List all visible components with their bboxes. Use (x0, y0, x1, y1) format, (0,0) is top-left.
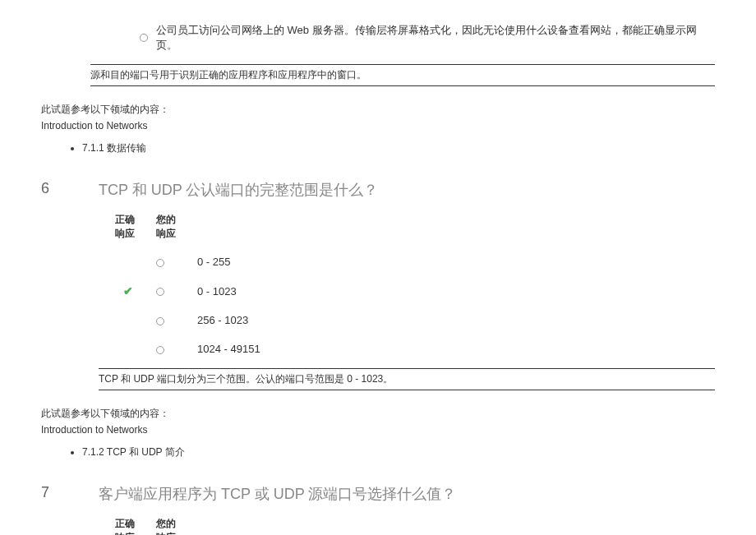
correct-indicator: ✔ (115, 284, 156, 297)
reference-module: Introduction to Networks (41, 424, 715, 436)
reference-section-1: 此试题参考以下领域的内容： Introduction to Networks 7… (41, 103, 715, 155)
header-your: 您的 (156, 517, 197, 531)
prev-explanation-text: 源和目的端口号用于识别正确的应用程序和应用程序中的窗口。 (90, 69, 366, 81)
explanation-text: TCP 和 UDP 端口划分为三个范围。公认的端口号范围是 0 - 1023。 (99, 373, 393, 385)
options-container: 0 - 255 ✔ 0 - 1023 256 - 1023 1024 - 491… (115, 247, 715, 363)
option-row-3: 1024 - 49151 (115, 334, 715, 363)
question-number: 7 (41, 484, 99, 535)
reference-section-2: 此试题参考以下领域的内容： Introduction to Networks 7… (41, 407, 715, 459)
radio-icon[interactable] (156, 346, 164, 354)
prev-option-row: 公司员工访问公司网络上的 Web 服务器。传输层将屏幕格式化，因此无论使用什么设… (140, 16, 715, 59)
option-row-0: 0 - 255 (115, 247, 715, 276)
explanation-box: TCP 和 UDP 端口划分为三个范围。公认的端口号范围是 0 - 1023。 (99, 368, 715, 390)
reference-label: 此试题参考以下领域的内容： (41, 103, 715, 117)
question-title: 客户端应用程序为 TCP 或 UDP 源端口号选择什么值？ (99, 484, 715, 504)
option-text: 1024 - 49151 (197, 343, 715, 355)
header-response2: 响应 (156, 227, 197, 241)
question-title: TCP 和 UDP 公认端口的完整范围是什么？ (99, 180, 715, 200)
radio-icon[interactable] (156, 259, 164, 267)
option-row-1: ✔ 0 - 1023 (115, 276, 715, 306)
option-text: 256 - 1023 (197, 314, 715, 326)
header-response2: 响应 (156, 531, 197, 535)
radio-icon[interactable] (156, 317, 164, 325)
header-your: 您的 (156, 213, 197, 227)
radio-icon[interactable] (156, 288, 164, 296)
topic-item: 7.1.1 数据传输 (82, 141, 715, 155)
question-7-block: 7 客户端应用程序为 TCP 或 UDP 源端口号选择什么值？ 正确 响应 您的… (41, 484, 715, 535)
topic-list: 7.1.2 TCP 和 UDP 简介 (82, 445, 715, 459)
prev-question-tail: 公司员工访问公司网络上的 Web 服务器。传输层将屏幕格式化，因此无论使用什么设… (41, 16, 715, 86)
radio-icon[interactable] (140, 34, 148, 42)
header-correct: 正确 (115, 517, 156, 531)
header-correct: 正确 (115, 213, 156, 227)
header-response1: 响应 (115, 531, 156, 535)
option-row-2: 256 - 1023 (115, 306, 715, 334)
option-text: 0 - 255 (197, 256, 715, 268)
question-number: 6 (41, 180, 99, 390)
topic-list: 7.1.1 数据传输 (82, 141, 715, 155)
header-response1: 响应 (115, 227, 156, 241)
answer-header: 正确 响应 您的 响应 (115, 213, 715, 241)
question-content: TCP 和 UDP 公认端口的完整范围是什么？ 正确 响应 您的 响应 0 - … (99, 180, 715, 390)
reference-module: Introduction to Networks (41, 120, 715, 131)
question-6-block: 6 TCP 和 UDP 公认端口的完整范围是什么？ 正确 响应 您的 响应 0 … (41, 180, 715, 390)
reference-label: 此试题参考以下领域的内容： (41, 407, 715, 421)
question-content: 客户端应用程序为 TCP 或 UDP 源端口号选择什么值？ 正确 响应 您的 响… (99, 484, 715, 535)
prev-option-text: 公司员工访问公司网络上的 Web 服务器。传输层将屏幕格式化，因此无论使用什么设… (156, 23, 715, 53)
topic-item: 7.1.2 TCP 和 UDP 简介 (82, 445, 715, 459)
option-text: 0 - 1023 (197, 285, 715, 297)
answer-header: 正确 响应 您的 响应 (115, 517, 715, 535)
prev-explanation-box: 源和目的端口号用于识别正确的应用程序和应用程序中的窗口。 (90, 64, 715, 86)
check-icon: ✔ (123, 284, 133, 297)
